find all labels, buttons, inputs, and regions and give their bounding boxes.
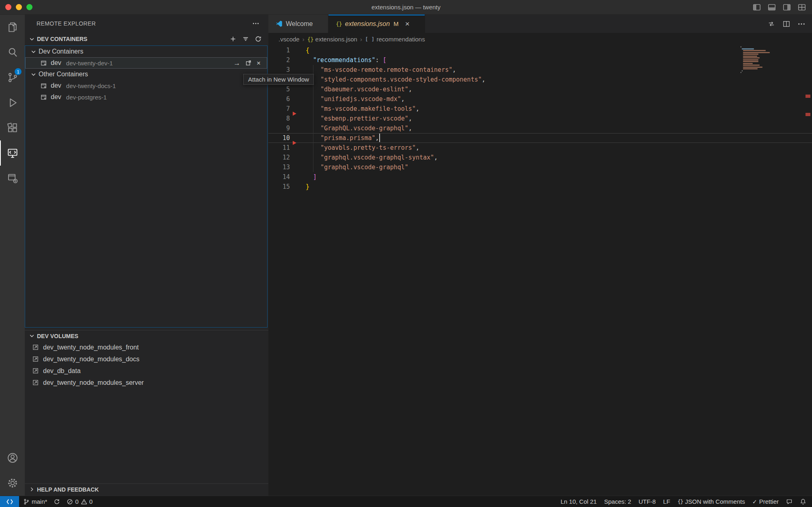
tooltip-attach-in-new-window: Attach in New Window [243, 74, 314, 85]
customize-layout-icon[interactable] [797, 3, 806, 12]
search-icon[interactable] [0, 40, 25, 65]
container-icon [40, 94, 47, 101]
vscode-logo-icon [276, 20, 283, 27]
accounts-icon[interactable] [0, 445, 25, 470]
code-lines: 1{2 "recommendations": [3 "ms-vscode-rem… [268, 45, 812, 192]
dev-volumes-list: dev_twenty_node_modules_frontdev_twenty_… [25, 341, 268, 388]
open-changes-icon[interactable] [767, 20, 775, 28]
code-line-10[interactable]: 10 "prisma.prisma", [268, 133, 812, 143]
dev-volumes-header[interactable]: DEV VOLUMES [25, 330, 268, 341]
encoding[interactable]: UTF-8 [639, 498, 656, 505]
container-item-dev-twenty-dev-1[interactable]: devdev-twenty-dev-1→× [25, 57, 267, 69]
volume-dev-twenty-node-modules-server[interactable]: dev_twenty_node_modules_server [25, 377, 268, 388]
split-editor-icon[interactable] [782, 20, 790, 28]
eol[interactable]: LF [663, 498, 670, 505]
toggle-secondary-sidebar-icon[interactable] [782, 3, 791, 12]
container-icon [40, 82, 47, 89]
volume-dev-db-data[interactable]: dev_db_data [25, 365, 268, 377]
code-editor[interactable]: 1{2 "recommendations": [3 "ms-vscode-rem… [268, 45, 812, 496]
code-line-15[interactable]: 15} [268, 182, 812, 192]
container-description: dev-twenty-docs-1 [66, 82, 116, 89]
line-number: 14 [268, 172, 290, 182]
minimap[interactable] [741, 46, 771, 74]
code-line-2[interactable]: 2 "recommendations": [ [268, 55, 812, 65]
notifications[interactable] [800, 498, 806, 505]
minimap-line [742, 70, 743, 71]
sync-changes[interactable] [54, 498, 60, 505]
refresh-icon[interactable] [255, 35, 262, 43]
section-help-and-feedback[interactable]: HELP AND FEEDBACK [25, 483, 268, 495]
indentation[interactable]: Spaces: 2 [604, 498, 631, 505]
container-item-dev-twenty-docs-1[interactable]: devdev-twenty-docs-1 [25, 80, 267, 91]
remote-explorer-icon[interactable] [0, 140, 25, 166]
containers-icon[interactable] [0, 166, 25, 191]
section-dev-volumes: DEV VOLUMES dev_twenty_node_modules_fron… [25, 330, 268, 388]
chevron-down-icon [28, 332, 35, 339]
problems[interactable]: 0 0 [67, 498, 93, 505]
tree-group-other-containers[interactable]: Other Containers [25, 69, 267, 80]
toggle-panel-icon[interactable] [767, 3, 776, 12]
volume-dev-twenty-node-modules-docs[interactable]: dev_twenty_node_modules_docs [25, 353, 268, 365]
cursor-position[interactable]: Ln 10, Col 21 [561, 498, 597, 505]
language-mode-label: JSON with Comments [685, 498, 745, 505]
breadcrumb-recommendations[interactable]: [ ]recommendations [365, 36, 425, 43]
feedback[interactable] [786, 498, 793, 505]
language-mode[interactable]: {}JSON with Comments [678, 498, 745, 505]
volume-icon [32, 379, 39, 386]
remote-indicator[interactable] [0, 496, 19, 507]
container-item-dev-postgres-1[interactable]: devdev-postgres-1 [25, 91, 267, 103]
json-symbol-icon: {} [307, 36, 313, 43]
more-actions-icon[interactable] [797, 20, 806, 28]
new-dev-container-icon[interactable] [229, 35, 237, 43]
tab-extensions-json[interactable]: {}extensions.jsonM× [328, 15, 425, 33]
cursor-position-label: Ln 10, Col 21 [561, 498, 597, 505]
container-name: dev [51, 82, 61, 89]
tab-label: Welcome [286, 20, 313, 28]
extensions-icon[interactable] [0, 115, 25, 140]
code-line-13[interactable]: 13 "graphql.vscode-graphql" [268, 162, 812, 172]
code-line-4[interactable]: 4 "styled-components.vscode-styled-compo… [268, 75, 812, 84]
line-content: "graphql.vscode-graphql" [290, 162, 408, 172]
volume-dev-twenty-node-modules-front[interactable]: dev_twenty_node_modules_front [25, 341, 268, 353]
code-line-5[interactable]: 5 "dbaeumer.vscode-eslint", [268, 84, 812, 94]
code-line-12[interactable]: 12 "graphql.vscode-graphql-syntax", [268, 153, 812, 162]
attach-new-window-icon[interactable] [245, 60, 252, 66]
titlebar: extensions.json — twenty [0, 0, 812, 15]
code-line-7[interactable]: 7 "ms-vscode.makefile-tools", [268, 104, 812, 114]
stop-container-icon[interactable]: × [257, 60, 261, 67]
minimap-line [743, 59, 758, 60]
code-line-1[interactable]: 1{ [268, 45, 812, 55]
explorer-icon[interactable] [0, 15, 25, 40]
chevron-right-icon [28, 486, 35, 493]
breadcrumb-extensions-json[interactable]: {}extensions.json [307, 36, 357, 43]
toggle-primary-sidebar-icon[interactable] [752, 3, 761, 12]
vscode-window: { "titlebar": { "title": "extensions.jso… [0, 0, 812, 507]
breadcrumb-separator: › [302, 36, 304, 43]
close-tab-icon[interactable]: × [405, 19, 410, 28]
breadcrumb--vscode[interactable]: .vscode [279, 36, 300, 43]
code-line-11[interactable]: 11 "yoavbls.pretty-ts-errors", [268, 143, 812, 153]
chevron-down-icon [30, 48, 37, 55]
warning-icon [81, 498, 87, 505]
code-line-3[interactable]: 3 "ms-vscode-remote.remote-containers", [268, 65, 812, 75]
tree-group-dev-containers[interactable]: Dev Containers [25, 46, 267, 57]
section-dev-containers[interactable]: DEV CONTAINERS [25, 32, 268, 45]
bell-icon [800, 498, 806, 505]
code-line-8[interactable]: 8 "esbenp.prettier-vscode", [268, 114, 812, 123]
sidebar-more-actions-icon[interactable] [252, 20, 259, 27]
code-line-6[interactable]: 6 "unifiedjs.vscode-mdx", [268, 94, 812, 104]
formatter[interactable]: ✓Prettier [752, 498, 779, 505]
git-branch[interactable]: main* [23, 498, 47, 505]
filter-icon[interactable] [242, 35, 249, 43]
tab-welcome[interactable]: Welcome [268, 15, 328, 33]
minimap-line [743, 61, 758, 62]
code-line-14[interactable]: 14 ] [268, 172, 812, 182]
attach-container-icon[interactable]: → [233, 60, 240, 67]
code-line-9[interactable]: 9 "GraphQL.vscode-graphql", [268, 123, 812, 133]
run-debug-icon[interactable] [0, 90, 25, 115]
settings-icon[interactable] [0, 470, 25, 496]
status-bar: main* 0 0 Ln 10, Col 21Spaces: 2UTF-8LF{… [0, 496, 812, 507]
line-content: "styled-components.vscode-styled-compone… [290, 75, 486, 84]
line-number: 8 [268, 114, 290, 123]
source-control-icon[interactable]: 1 [0, 65, 25, 90]
